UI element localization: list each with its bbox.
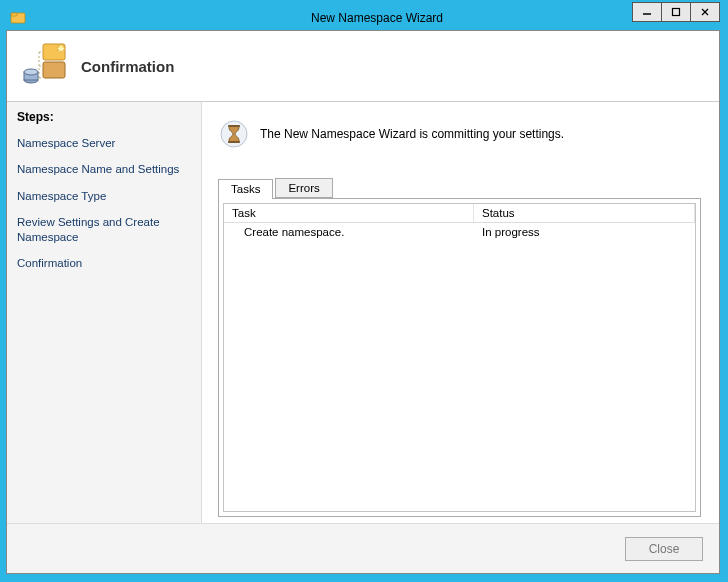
close-button[interactable] (690, 2, 720, 22)
tasks-table: Task Status Create namespace. In progres… (223, 203, 696, 512)
svg-rect-18 (228, 141, 240, 143)
titlebar[interactable]: New Namespace Wizard (6, 6, 720, 30)
window-frame: New Namespace Wizard (0, 0, 728, 582)
tab-row: Tasks Errors (218, 178, 701, 198)
dialog-body: Confirmation Steps: Namespace Server Nam… (6, 30, 720, 574)
wizard-header: Confirmation (7, 31, 719, 101)
svg-point-15 (24, 69, 38, 75)
svg-rect-12 (43, 62, 65, 78)
steps-heading: Steps: (7, 106, 201, 130)
step-namespace-server[interactable]: Namespace Server (7, 130, 201, 156)
table-header: Task Status (224, 204, 695, 223)
step-review-create[interactable]: Review Settings and Create Namespace (7, 209, 201, 250)
tab-content: Task Status Create namespace. In progres… (218, 198, 701, 517)
table-row[interactable]: Create namespace. In progress (224, 223, 695, 241)
cell-task: Create namespace. (224, 223, 474, 241)
cell-status: In progress (474, 223, 695, 241)
maximize-button[interactable] (661, 2, 691, 22)
app-icon (10, 10, 26, 26)
tab-tasks[interactable]: Tasks (218, 179, 273, 199)
svg-rect-3 (673, 9, 680, 16)
step-confirmation[interactable]: Confirmation (7, 250, 201, 276)
step-namespace-name-settings[interactable]: Namespace Name and Settings (7, 156, 201, 182)
page-title: Confirmation (81, 58, 174, 75)
svg-rect-1 (11, 13, 17, 16)
tab-errors[interactable]: Errors (275, 178, 332, 198)
hourglass-icon (218, 118, 250, 150)
step-namespace-type[interactable]: Namespace Type (7, 183, 201, 209)
steps-panel: Steps: Namespace Server Namespace Name a… (7, 102, 202, 523)
wizard-icon (21, 42, 69, 90)
column-status[interactable]: Status (474, 204, 695, 222)
minimize-button[interactable] (632, 2, 662, 22)
column-task[interactable]: Task (224, 204, 474, 222)
content-row: Steps: Namespace Server Namespace Name a… (7, 101, 719, 523)
status-line: The New Namespace Wizard is committing y… (218, 118, 701, 150)
window-title: New Namespace Wizard (34, 11, 720, 25)
status-text: The New Namespace Wizard is committing y… (260, 127, 564, 141)
button-bar: Close (7, 523, 719, 573)
close-dialog-button[interactable]: Close (625, 537, 703, 561)
window-controls (633, 2, 720, 22)
main-panel: The New Namespace Wizard is committing y… (202, 102, 719, 523)
svg-rect-17 (228, 125, 240, 127)
